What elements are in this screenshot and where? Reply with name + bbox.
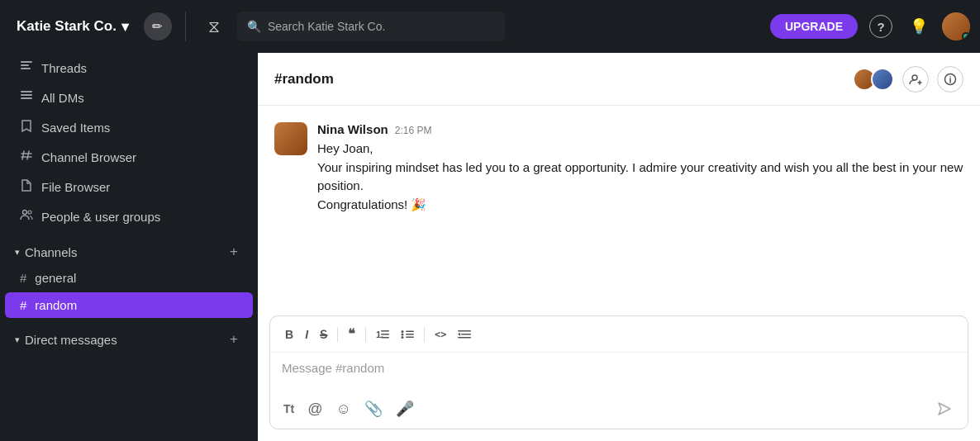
messages-area: Nina Wilson 2:16 PM Hey Joan, Your inspi… — [258, 106, 980, 315]
upgrade-label: UPGRADE — [785, 20, 843, 33]
saved-items-label: Saved Items — [41, 121, 110, 135]
people-groups-label: People & user groups — [41, 210, 160, 224]
attach-button[interactable]: 📎 — [361, 396, 386, 421]
add-member-button[interactable] — [902, 66, 929, 92]
message-timestamp: 2:16 PM — [395, 125, 432, 136]
indent-button[interactable] — [453, 325, 476, 344]
history-icon: ⧖ — [208, 17, 220, 36]
sidebar-item-all-dms[interactable]: All DMs — [5, 83, 253, 111]
upgrade-button[interactable]: UPGRADE — [770, 14, 858, 39]
svg-point-17 — [402, 336, 404, 339]
italic-button[interactable]: I — [300, 325, 313, 344]
file-browser-label: File Browser — [41, 180, 110, 194]
emoji-button[interactable]: ☺ — [333, 397, 354, 421]
add-member-icon — [909, 73, 922, 86]
send-icon — [937, 401, 952, 416]
message-input[interactable]: Message #random — [270, 353, 968, 389]
notifications-icon: 💡 — [910, 17, 928, 36]
message-body: Hey Joan, Your inspiring mindset has led… — [317, 140, 963, 214]
svg-rect-5 — [21, 97, 32, 99]
notifications-button[interactable]: 💡 — [904, 12, 934, 41]
svg-point-10 — [949, 76, 951, 78]
svg-rect-20 — [406, 336, 414, 338]
svg-rect-21 — [458, 330, 471, 332]
edit-button[interactable]: ✏ — [144, 12, 172, 40]
code-button[interactable]: <> — [430, 325, 451, 344]
toolbar-sep-3 — [424, 327, 425, 342]
unordered-list-button[interactable] — [396, 325, 419, 344]
toolbar-sep-2 — [365, 327, 366, 342]
dm-section-label: Direct messages — [25, 333, 117, 347]
channel-browser-label: Channel Browser — [41, 150, 136, 164]
dm-section-header[interactable]: ▾ Direct messages + — [0, 324, 258, 352]
channels-section-header[interactable]: ▾ Channels + — [0, 236, 258, 264]
sidebar-item-general[interactable]: # general — [5, 265, 253, 291]
sidebar-item-file-browser[interactable]: File Browser — [5, 173, 253, 201]
svg-rect-0 — [21, 61, 32, 63]
channel-info-button[interactable] — [937, 66, 963, 92]
send-button[interactable] — [931, 396, 958, 422]
sidebar: Threads All DMs Saved Items Channel Brow… — [0, 53, 258, 441]
svg-rect-1 — [21, 64, 29, 66]
workspace-section: Katie Stark Co. ▾ ✏ — [10, 12, 172, 40]
saved-items-icon — [20, 119, 33, 135]
ordered-list-button[interactable]: 1. — [371, 325, 394, 344]
toolbar-sep-1 — [337, 327, 338, 342]
sidebar-item-random[interactable]: # random — [5, 292, 253, 318]
sidebar-item-saved-items[interactable]: Saved Items — [5, 113, 253, 141]
people-groups-icon — [20, 208, 33, 225]
channel-title: #random — [274, 71, 334, 88]
svg-rect-19 — [406, 334, 414, 335]
channel-header: #random — [258, 53, 980, 106]
svg-rect-14 — [381, 337, 389, 339]
workspace-name[interactable]: Katie Stark Co. ▾ — [10, 18, 136, 36]
message-line-3: Congratulations! 🎉 — [317, 196, 963, 215]
file-browser-icon — [20, 178, 33, 195]
help-button[interactable]: ? — [866, 12, 896, 41]
message-author-avatar — [274, 122, 307, 155]
member-avatars[interactable] — [853, 68, 894, 91]
search-placeholder: Search Katie Stark Co. — [268, 20, 385, 33]
dm-chevron-icon: ▾ — [15, 334, 20, 345]
info-icon — [944, 73, 957, 86]
text-format-button[interactable]: Tt — [280, 399, 297, 419]
strikethrough-button[interactable]: S̶ — [315, 325, 332, 344]
svg-rect-23 — [458, 337, 471, 339]
channel-area: #random Nina Wilson — [258, 53, 980, 441]
svg-point-16 — [402, 333, 404, 335]
channels-chevron-icon: ▾ — [15, 247, 20, 258]
message-line-1: Hey Joan, — [317, 140, 963, 159]
svg-rect-2 — [21, 68, 31, 69]
sidebar-item-channel-browser[interactable]: Channel Browser — [5, 143, 253, 171]
add-dm-button[interactable]: + — [225, 330, 243, 349]
user-avatar[interactable] — [942, 12, 970, 40]
svg-rect-3 — [21, 91, 32, 92]
topbar-divider — [185, 12, 186, 41]
all-dms-label: All DMs — [41, 91, 84, 105]
online-status-indicator — [962, 32, 970, 40]
history-button[interactable]: ⧖ — [199, 12, 229, 41]
message-header: Nina Wilson 2:16 PM — [317, 122, 963, 136]
help-icon: ? — [869, 15, 892, 38]
message-content: Nina Wilson 2:16 PM Hey Joan, Your inspi… — [317, 122, 963, 214]
sidebar-item-people-groups[interactable]: People & user groups — [5, 202, 253, 230]
svg-rect-22 — [461, 334, 471, 335]
message-composer: B I S̶ ❝ 1. <> Message #random — [269, 315, 968, 429]
message-author-name: Nina Wilson — [317, 122, 388, 136]
add-channel-button[interactable]: + — [225, 243, 243, 261]
svg-rect-13 — [381, 334, 389, 335]
member-avatar-2 — [871, 68, 894, 91]
composer-bottom-bar: Tt @ ☺ 📎 🎤 — [270, 389, 968, 429]
all-dms-icon — [20, 89, 33, 106]
topbar: Katie Stark Co. ▾ ✏ ⧖ 🔍 Search Katie Sta… — [0, 0, 980, 53]
svg-point-8 — [912, 75, 917, 80]
svg-rect-18 — [406, 330, 414, 332]
composer-toolbar: B I S̶ ❝ 1. <> — [270, 316, 968, 353]
channel-browser-icon — [20, 149, 33, 165]
quote-button[interactable]: ❝ — [343, 323, 360, 345]
microphone-button[interactable]: 🎤 — [392, 396, 417, 421]
bold-button[interactable]: B — [280, 325, 298, 344]
sidebar-item-threads[interactable]: Threads — [5, 54, 253, 82]
search-bar[interactable]: 🔍 Search Katie Stark Co. — [237, 12, 506, 41]
mention-button[interactable]: @ — [304, 397, 326, 421]
